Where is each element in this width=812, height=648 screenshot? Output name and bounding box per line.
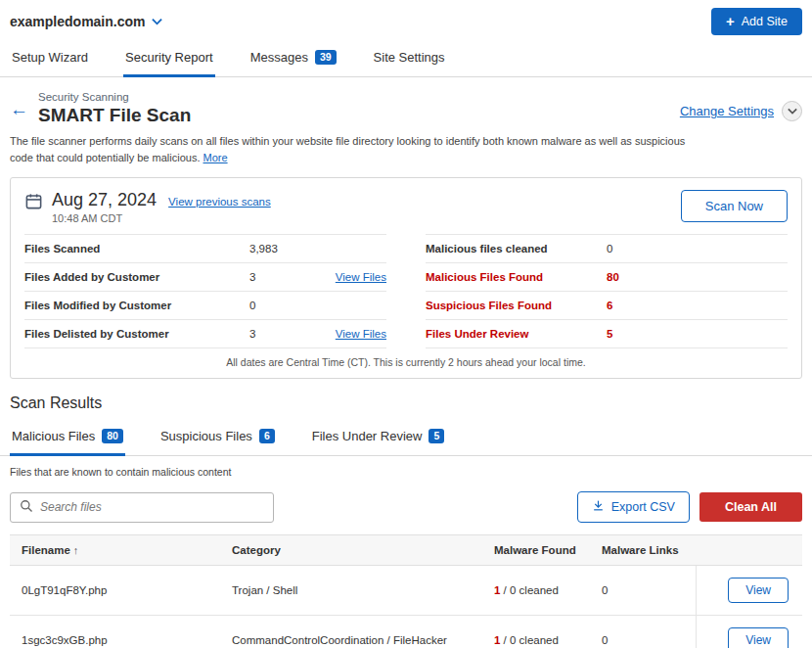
search-icon xyxy=(20,499,33,516)
tab-files-under-review[interactable]: Files Under Review 5 xyxy=(310,420,447,456)
tab-malicious-files[interactable]: Malicious Files 80 xyxy=(10,420,125,456)
stat-value: 80 xyxy=(607,271,619,283)
scan-stats: Files Scanned 3,983 Files Added by Custo… xyxy=(11,232,801,348)
page-title: SMART File Scan xyxy=(38,105,191,126)
search-box[interactable] xyxy=(10,492,274,523)
table-row: 1sgc3c9xGB.php CommandControlCoordinatio… xyxy=(10,616,802,648)
malware-count: 1 xyxy=(494,634,500,646)
stat-label: Malicious Files Found xyxy=(426,271,607,283)
stat-label: Files Under Review xyxy=(426,328,607,340)
domain-selector[interactable]: exampledomain.com xyxy=(10,14,162,29)
view-button[interactable]: View xyxy=(728,627,789,648)
column-header-filename[interactable]: Filename↑ xyxy=(10,535,220,566)
scan-summary-card: Aug 27, 2024 View previous scans 10:48 A… xyxy=(10,177,802,379)
tab-label: Site Settings xyxy=(374,50,445,65)
change-settings-link[interactable]: Change Settings xyxy=(680,104,774,118)
suspicious-files-badge: 6 xyxy=(259,429,275,443)
scan-now-button[interactable]: Scan Now xyxy=(681,190,788,222)
results-description: Files that are known to contain maliciou… xyxy=(0,456,812,478)
stat-row-files-under-review: Files Under Review 5 xyxy=(426,319,788,347)
malware-links-cell: 0 xyxy=(590,566,696,616)
view-files-link[interactable]: View Files xyxy=(336,328,386,340)
stat-label: Files Modified by Customer xyxy=(24,300,249,311)
filename-cell: 0LgT91qF8Y.php xyxy=(10,566,220,616)
column-header-malware-links[interactable]: Malware Links xyxy=(590,535,696,566)
stat-value: 3 xyxy=(249,271,255,283)
cleaned-count: / 0 cleaned xyxy=(504,634,559,646)
malicious-files-table: Filename↑ Category Malware Found Malware… xyxy=(10,534,802,648)
tab-label: Files Under Review xyxy=(312,429,423,443)
column-header-action xyxy=(696,535,802,566)
stat-label: Suspicious Files Found xyxy=(426,300,607,311)
add-site-button[interactable]: + Add Site xyxy=(711,8,802,35)
view-previous-scans-link[interactable]: View previous scans xyxy=(168,196,271,208)
action-cell: View xyxy=(696,566,802,616)
calendar-icon xyxy=(24,192,43,224)
column-header-malware-found[interactable]: Malware Found xyxy=(482,535,590,566)
export-csv-label: Export CSV xyxy=(611,500,675,514)
stat-row-files-modified: Files Modified by Customer 0 xyxy=(24,291,386,319)
tab-messages[interactable]: Messages 39 xyxy=(248,41,338,77)
stat-row-files-delisted: Files Delisted by Customer 3 View Files xyxy=(24,319,386,347)
results-toolbar: Export CSV Clean All xyxy=(0,478,812,534)
category-cell: Trojan / Shell xyxy=(220,566,482,616)
table-row: 0LgT91qF8Y.php Trojan / Shell 1 / 0 clea… xyxy=(10,566,802,616)
stat-row-files-added: Files Added by Customer 3 View Files xyxy=(24,262,386,291)
tab-security-report[interactable]: Security Report xyxy=(123,41,215,77)
view-button[interactable]: View xyxy=(728,578,789,603)
column-header-label: Category xyxy=(232,544,281,556)
malware-found-cell: 1 / 0 cleaned xyxy=(482,566,590,616)
domain-name: exampledomain.com xyxy=(10,14,146,29)
malware-count: 1 xyxy=(494,584,500,596)
back-arrow-icon[interactable]: ← xyxy=(10,100,28,118)
scan-time: 10:48 AM CDT xyxy=(52,212,271,224)
tab-label: Suspicious Files xyxy=(160,429,252,443)
chevron-down-icon xyxy=(152,15,162,28)
tab-label: Security Report xyxy=(125,50,213,65)
search-input[interactable] xyxy=(40,500,264,514)
tab-suspicious-files[interactable]: Suspicious Files 6 xyxy=(158,420,277,456)
section-eyebrow: Security Scanning xyxy=(38,91,191,103)
more-link[interactable]: More xyxy=(203,152,228,163)
add-site-label: Add Site xyxy=(742,15,788,28)
clean-all-button[interactable]: Clean All xyxy=(699,492,802,522)
messages-badge: 39 xyxy=(315,50,337,65)
chevron-down-icon[interactable] xyxy=(782,101,802,121)
column-header-label: Malware Found xyxy=(494,544,576,556)
column-header-label: Filename xyxy=(22,544,70,556)
stat-row-malicious-cleaned: Malicious files cleaned 0 xyxy=(426,234,788,262)
stat-label: Files Scanned xyxy=(24,243,249,255)
results-tabs: Malicious Files 80 Suspicious Files 6 Fi… xyxy=(0,420,812,456)
stat-value: 3 xyxy=(249,328,255,340)
stat-value: 3,983 xyxy=(249,243,278,255)
page-header: ← Security Scanning SMART File Scan Chan… xyxy=(0,77,812,126)
stat-value: 6 xyxy=(607,300,612,311)
tab-site-settings[interactable]: Site Settings xyxy=(372,41,447,77)
plus-icon: + xyxy=(726,17,735,26)
tab-label: Messages xyxy=(250,50,308,65)
column-header-category[interactable]: Category xyxy=(220,535,482,566)
tab-setup-wizard[interactable]: Setup Wizard xyxy=(10,41,90,77)
files-under-review-badge: 5 xyxy=(429,429,444,443)
export-csv-button[interactable]: Export CSV xyxy=(577,491,690,523)
category-cell: CommandControlCoordination / FileHacker xyxy=(220,616,482,648)
stat-row-files-scanned: Files Scanned 3,983 xyxy=(24,234,386,262)
download-icon xyxy=(592,499,605,515)
timezone-footnote: All dates are Central Time (CT). This is… xyxy=(11,348,801,372)
stat-label: Files Delisted by Customer xyxy=(24,328,249,340)
stat-value: 5 xyxy=(607,328,612,340)
sort-asc-icon: ↑ xyxy=(73,544,79,556)
column-header-label: Malware Links xyxy=(602,544,679,556)
filename-cell: 1sgc3c9xGB.php xyxy=(10,616,220,648)
stat-value: 0 xyxy=(249,300,255,311)
tab-label: Malicious Files xyxy=(12,429,95,443)
view-files-link[interactable]: View Files xyxy=(336,271,386,283)
malicious-files-badge: 80 xyxy=(102,429,123,443)
table-header-row: Filename↑ Category Malware Found Malware… xyxy=(10,535,802,566)
stat-label: Malicious files cleaned xyxy=(426,243,607,255)
cleaned-count: / 0 cleaned xyxy=(504,584,559,596)
stat-label: Files Added by Customer xyxy=(24,271,249,283)
topbar: exampledomain.com + Add Site xyxy=(0,0,812,41)
stat-value: 0 xyxy=(607,243,612,255)
tab-label: Setup Wizard xyxy=(12,50,88,65)
